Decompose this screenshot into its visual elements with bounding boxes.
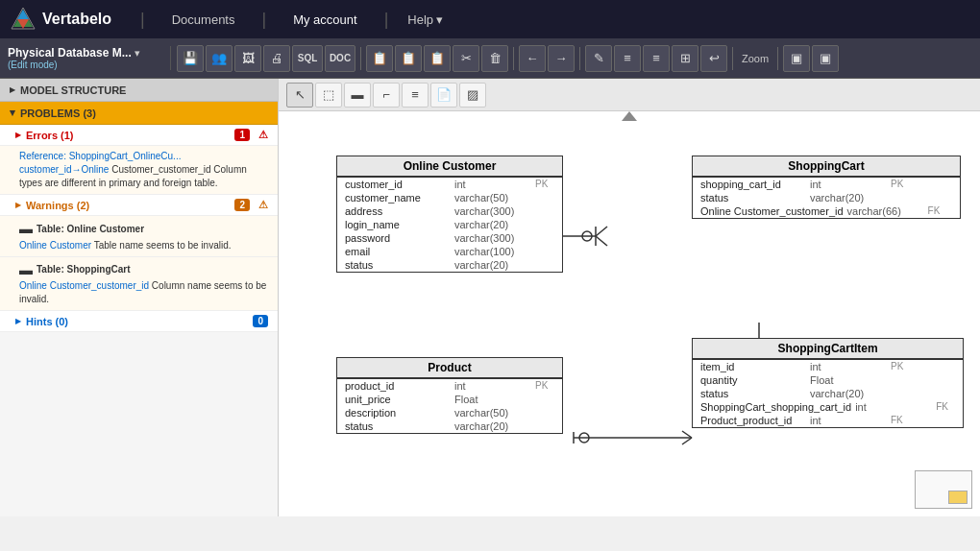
- top-navigation: Vertabelo | Documents | My account | Hel…: [0, 0, 980, 38]
- field-key: PK: [891, 361, 910, 372]
- nav-my-account[interactable]: My account: [285, 9, 364, 31]
- redo-button[interactable]: →: [548, 45, 575, 72]
- field-name: unit_price: [345, 394, 451, 405]
- canvas-area[interactable]: ↖ ⬚ ▬ ⌐ ≡ 📄 ▨: [279, 79, 980, 516]
- field-type: varchar(20): [454, 219, 531, 230]
- toolbar-separator-3: [579, 47, 580, 70]
- undo-button[interactable]: ←: [519, 45, 546, 72]
- select-tool[interactable]: ↖: [286, 83, 313, 108]
- table-row: shopping_cart_id int PK: [693, 178, 960, 191]
- table-tool[interactable]: ▬: [344, 83, 371, 108]
- field-type: varchar(20): [810, 388, 887, 399]
- table-row: status varchar(20): [693, 387, 963, 400]
- problems-header[interactable]: ▾ PROBLEMS (3): [0, 102, 278, 125]
- zoom-label: Zoom: [738, 53, 772, 64]
- hints-label: Hints (0): [26, 316, 68, 327]
- warning-2-link[interactable]: Online Customer_customer_id: [19, 280, 149, 291]
- nav-help-label: Help: [407, 12, 433, 27]
- table-row: email varchar(100): [337, 245, 562, 258]
- copy-button[interactable]: 📋: [366, 45, 393, 72]
- table-row: customer_name varchar(50): [337, 191, 562, 204]
- warning-1-title[interactable]: Table: Online Customer: [37, 223, 144, 236]
- field-type: varchar(300): [454, 232, 531, 244]
- field-type: varchar(66): [847, 205, 924, 217]
- sql-button[interactable]: SQL: [292, 45, 323, 72]
- table-row: login_name varchar(20): [337, 218, 562, 231]
- save-button[interactable]: 💾: [177, 45, 204, 72]
- title-dropdown-icon[interactable]: ▾: [135, 47, 140, 60]
- error-field-link[interactable]: customer_id→Online: [19, 164, 109, 175]
- warning-1-desc: Online Customer Table name seems to be i…: [19, 239, 268, 252]
- duplicate-button[interactable]: 📋: [424, 45, 451, 72]
- delete-button[interactable]: 🗑: [481, 45, 508, 72]
- model-structure-header[interactable]: ▸ MODEL STRUCTURE: [0, 79, 278, 102]
- nav-help[interactable]: Help ▾: [407, 12, 443, 27]
- errors-badge: 1: [234, 129, 250, 141]
- warnings-badge: 2: [234, 199, 250, 211]
- warning-1-link[interactable]: Online Customer: [19, 240, 91, 251]
- print-button[interactable]: 🖨: [263, 45, 290, 72]
- field-name: status: [345, 420, 451, 432]
- field-key: [535, 219, 554, 230]
- table-row: quantity Float: [693, 373, 963, 387]
- field-type: varchar(300): [454, 205, 531, 217]
- table-row: item_id int PK: [693, 360, 963, 373]
- table-row: status varchar(20): [693, 191, 960, 204]
- hints-arrow: ▸: [15, 315, 21, 327]
- errors-header[interactable]: ▸ Errors (1) 1 ⚠: [0, 125, 278, 146]
- field-key: PK: [891, 179, 910, 190]
- help-chevron-icon: ▾: [436, 12, 443, 27]
- note-tool[interactable]: 📄: [430, 83, 457, 108]
- field-name: Product_product_id: [700, 415, 806, 426]
- users-button[interactable]: 👥: [206, 45, 233, 72]
- warnings-header[interactable]: ▸ Warnings (2) 2 ⚠: [0, 195, 278, 216]
- field-name: login_name: [345, 219, 451, 230]
- field-key: [535, 205, 554, 217]
- warning-icon: ⚠: [258, 199, 268, 211]
- doc-button[interactable]: DOC: [325, 45, 355, 72]
- nav-documents[interactable]: Documents: [164, 9, 243, 31]
- errors-arrow: ▸: [15, 129, 21, 141]
- view-toggle-2[interactable]: ▣: [812, 45, 839, 72]
- field-name: customer_id: [345, 179, 451, 190]
- field-key: FK: [928, 205, 947, 217]
- svg-line-7: [596, 227, 607, 236]
- mini-map[interactable]: [915, 470, 972, 509]
- field-type: int: [810, 179, 887, 190]
- image-button[interactable]: 🖼: [234, 45, 261, 72]
- errors-label: Errors (1): [26, 130, 74, 141]
- field-key: FK: [936, 401, 955, 413]
- online-customer-table[interactable]: Online Customer customer_id int PK custo…: [336, 156, 563, 273]
- rotate-button[interactable]: ↩: [700, 45, 727, 72]
- shopping-cart-table[interactable]: ShoppingCart shopping_cart_id int PK sta…: [692, 156, 961, 219]
- align-button[interactable]: ≡: [614, 45, 641, 72]
- product-table[interactable]: Product product_id int PK unit_price Flo…: [336, 357, 563, 434]
- field-key: [535, 407, 554, 419]
- drawing-toolbar: ↖ ⬚ ▬ ⌐ ≡ 📄 ▨: [279, 79, 980, 111]
- area-tool[interactable]: ▨: [459, 83, 486, 108]
- scroll-up-arrow-icon[interactable]: [622, 111, 637, 121]
- rect-select-tool[interactable]: ⬚: [315, 83, 342, 108]
- align2-button[interactable]: ≡: [643, 45, 670, 72]
- view-toggle-1[interactable]: ▣: [783, 45, 810, 72]
- warning-2-title[interactable]: Table: ShoppingCart: [37, 263, 131, 276]
- grid-button[interactable]: ⊞: [672, 45, 698, 72]
- table-row: address varchar(300): [337, 204, 562, 218]
- svg-line-17: [682, 431, 692, 438]
- field-name: address: [345, 205, 451, 217]
- shopping-cart-table-header: ShoppingCart: [693, 156, 960, 178]
- relation-tool[interactable]: ⌐: [373, 83, 400, 108]
- cut-button[interactable]: ✂: [453, 45, 479, 72]
- logo: Vertabelo: [10, 6, 111, 33]
- shopping-cart-item-table[interactable]: ShoppingCartItem item_id int PK quantity…: [692, 338, 964, 428]
- edit-button[interactable]: ✎: [585, 45, 612, 72]
- table-row: Product_product_id int FK: [693, 414, 963, 427]
- view-tool[interactable]: ≡: [402, 83, 429, 108]
- error-item-title[interactable]: Reference: ShoppingCart_OnlineCu...: [19, 150, 268, 163]
- field-type: int: [454, 179, 531, 190]
- field-key: PK: [535, 380, 554, 392]
- mini-map-viewport: [948, 491, 968, 504]
- hints-header[interactable]: ▸ Hints (0) 0: [0, 311, 278, 332]
- paste-button[interactable]: 📋: [395, 45, 422, 72]
- main-toolbar: Physical Database M... ▾ (Edit mode) 💾 👥…: [0, 38, 980, 79]
